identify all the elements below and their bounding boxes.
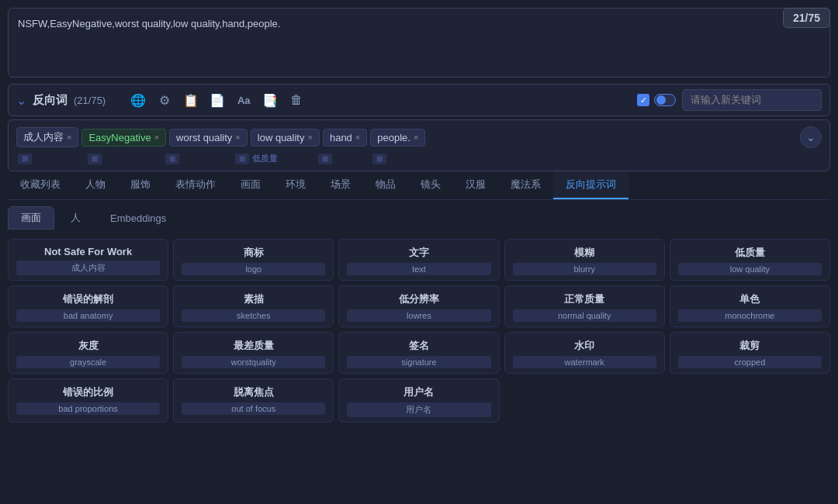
- grid-item-title: Not Safe For Work: [16, 246, 160, 257]
- tag-x-icon[interactable]: ×: [67, 133, 71, 142]
- grid-item-cropped[interactable]: 裁剪 cropped: [670, 332, 830, 374]
- tag-x-icon[interactable]: ×: [307, 133, 312, 142]
- stack-icon[interactable]: 📑: [259, 89, 281, 111]
- section-title: 反向词: [33, 93, 68, 108]
- nav-tab-hanfu[interactable]: 汉服: [453, 171, 498, 199]
- nav-tab-environment[interactable]: 环境: [273, 171, 318, 199]
- toggle-icon[interactable]: [654, 94, 676, 106]
- tag-sub-worst[interactable]: ⊞: [165, 154, 179, 164]
- section-header: ⌄ 反向词 (21/75) 🌐 ⚙ 📋 📄 Aa 📑 🗑 ✓ 请输入新关键词: [8, 84, 830, 116]
- tag-x-icon[interactable]: ×: [154, 133, 159, 142]
- tag-people[interactable]: people. ×: [370, 129, 425, 147]
- prompt-area[interactable]: NSFW,EasyNegative,worst quality,low qual…: [8, 8, 830, 78]
- grid-item-normal-quality[interactable]: 正常质量 normal quality: [504, 285, 665, 327]
- section-count: (21/75): [74, 95, 106, 106]
- tags-container: 成人内容 × EasyNegative × worst quality × lo…: [8, 119, 830, 171]
- nav-tab-negative[interactable]: 反向提示词: [553, 171, 628, 199]
- sub-tab-person[interactable]: 人: [57, 206, 94, 230]
- grid-item-sub: 成人内容: [16, 261, 160, 275]
- nav-tabs: 收藏列表 人物 服饰 表情动作 画面 环境 场景 物品 镜头 汉服 魔法系 反向…: [8, 171, 830, 200]
- trash-icon[interactable]: 🗑: [286, 89, 307, 111]
- grid-item-worst-quality[interactable]: 最差质量 worstquality: [173, 332, 334, 374]
- grid-item-text[interactable]: 文字 text: [338, 239, 499, 281]
- sub-tabs: 画面 人 Embeddings: [0, 200, 838, 233]
- grid-item-out-of-focus[interactable]: 脱离焦点 out of focus: [173, 378, 334, 423]
- grid-item-bad-proportions[interactable]: 错误的比例 bad proportions: [8, 378, 168, 423]
- grid-container: Not Safe For Work 成人内容 商标 logo 文字 text 模…: [0, 233, 838, 429]
- prompt-text: NSFW,EasyNegative,worst quality,low qual…: [18, 18, 280, 29]
- tag-x-icon[interactable]: ×: [414, 133, 418, 142]
- nav-tab-scene-b[interactable]: 场景: [318, 171, 363, 199]
- nav-tab-scene-a[interactable]: 画面: [228, 171, 273, 199]
- top-badge: 21/75: [783, 8, 830, 28]
- grid-item-bad-anatomy[interactable]: 错误的解剖 bad anatomy: [8, 285, 168, 327]
- grid-item-monochrome[interactable]: 单色 monochrome: [670, 285, 830, 327]
- sub-tab-embeddings[interactable]: Embeddings: [97, 208, 179, 229]
- grid-item-low-quality[interactable]: 低质量 low quality: [670, 239, 830, 281]
- globe-icon[interactable]: 🌐: [127, 89, 149, 111]
- tag-sub-row: ⊞ ⊞ ⊞ ⊞ 低质量 ⊞ ⊞: [16, 153, 822, 164]
- tags-row: 成人内容 × EasyNegative × worst quality × lo…: [16, 126, 822, 148]
- checkbox-blue[interactable]: ✓: [637, 94, 649, 106]
- tag-worst-quality[interactable]: worst quality ×: [169, 129, 248, 147]
- nav-tab-expression[interactable]: 表情动作: [163, 171, 228, 199]
- tag-adult[interactable]: 成人内容 ×: [16, 127, 78, 147]
- nav-tab-clothing[interactable]: 服饰: [118, 171, 163, 199]
- tag-low-quality[interactable]: low quality ×: [251, 129, 320, 147]
- text-icon[interactable]: Aa: [233, 89, 255, 111]
- settings-icon[interactable]: ⚙: [154, 89, 175, 111]
- checkbox-area[interactable]: ✓: [637, 94, 676, 106]
- grid-item-sketches[interactable]: 素描 sketches: [173, 285, 334, 327]
- tag-sub-hand[interactable]: ⊞: [318, 154, 332, 164]
- nav-tab-magic[interactable]: 魔法系: [498, 171, 553, 199]
- toolbar-icons: 🌐 ⚙ 📋 📄 Aa 📑 🗑: [127, 89, 307, 111]
- nav-tab-lens[interactable]: 镜头: [408, 171, 453, 199]
- sub-tab-screen[interactable]: 画面: [8, 206, 54, 230]
- grid-item-lowres[interactable]: 低分辨率 lowres: [338, 285, 499, 327]
- grid-item-grayscale[interactable]: 灰度 grayscale: [8, 332, 168, 374]
- copy-icon[interactable]: 📋: [180, 89, 202, 111]
- tag-x-icon[interactable]: ×: [355, 133, 360, 142]
- new-keyword-input[interactable]: 请输入新关键词: [682, 89, 822, 111]
- tag-easynegative[interactable]: EasyNegative ×: [81, 129, 166, 147]
- nav-tab-favorites[interactable]: 收藏列表: [8, 171, 73, 199]
- grid-item-blurry[interactable]: 模糊 blurry: [504, 239, 665, 281]
- grid-item-logo[interactable]: 商标 logo: [173, 239, 334, 281]
- tag-sub-low[interactable]: ⊞ 低质量: [235, 153, 278, 164]
- tag-sub-easyneg[interactable]: ⊞: [88, 154, 102, 164]
- grid-item-nsfw[interactable]: Not Safe For Work 成人内容: [8, 239, 168, 281]
- tag-sub-adult[interactable]: ⊞: [18, 154, 32, 164]
- grid-item-username[interactable]: 用户名 用户名: [338, 378, 499, 423]
- scroll-down-button[interactable]: ⌄: [800, 126, 822, 148]
- grid-item-signature[interactable]: 签名 signature: [338, 332, 499, 374]
- tag-hand[interactable]: hand ×: [323, 129, 367, 147]
- chevron-icon[interactable]: ⌄: [16, 93, 26, 108]
- nav-tab-items[interactable]: 物品: [363, 171, 408, 199]
- tag-x-icon[interactable]: ×: [235, 133, 240, 142]
- document-icon[interactable]: 📄: [206, 89, 228, 111]
- tag-sub-people[interactable]: ⊞: [372, 154, 386, 164]
- grid-item-watermark[interactable]: 水印 watermark: [504, 332, 665, 374]
- nav-tab-people[interactable]: 人物: [73, 171, 118, 199]
